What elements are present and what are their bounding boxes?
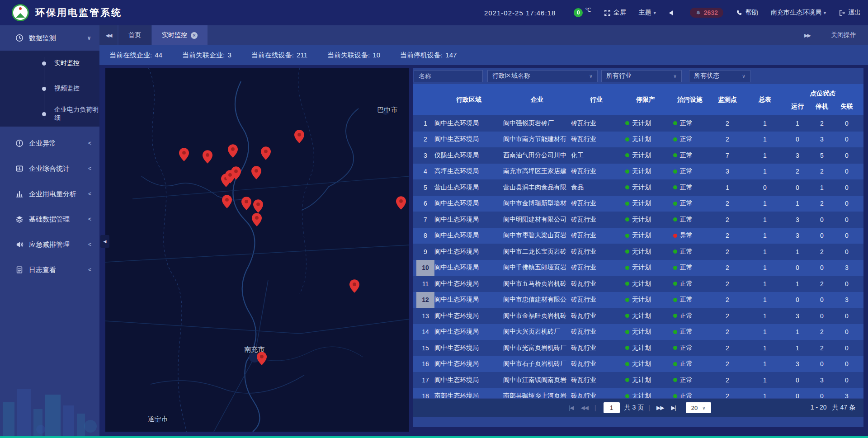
table-row[interactable]: 18南部生态环境局南部县碾垭乡上河页岩砖瓦行业无计划正常21003 (413, 388, 863, 398)
status-select[interactable]: 所有状态 ∨ (689, 70, 750, 82)
table-row[interactable]: 3仪陇生态环境局西南油气田分公司川中化工无计划正常71350 (413, 147, 863, 164)
sidebar-item[interactable]: 日志查看< (0, 257, 99, 283)
status-dot-green (625, 185, 629, 189)
last-page-button[interactable]: ▶| (671, 405, 675, 411)
map-pin[interactable] (252, 213, 262, 226)
alert-icon (15, 139, 24, 147)
table-row[interactable]: 13阆中生态环境局阆中市金福旺页岩机砖砖瓦行业无计划正常21300 (413, 308, 863, 324)
map-pin[interactable] (228, 144, 238, 158)
sidebar-item[interactable]: 企业异常< (0, 131, 99, 156)
close-operations-button[interactable]: 关闭操作 (831, 31, 856, 39)
map-pin[interactable] (179, 148, 189, 161)
table-row[interactable]: 16阆中生态环境局阆中市石子页岩机砖厂砖瓦行业无计划正常21300 (413, 356, 863, 372)
next-page-button[interactable]: ▶▶ (656, 405, 664, 411)
table-row[interactable]: 12阆中生态环境局阆中市忠信建材有限公砖瓦行业无计划正常21003 (413, 292, 863, 308)
map-pin[interactable] (203, 150, 212, 164)
help-button[interactable]: 帮助 (736, 9, 758, 17)
cell-monitor-count: 2 (710, 264, 745, 271)
map-pin[interactable] (231, 166, 241, 180)
table-row[interactable]: 5营山生态环境局营山县润丰肉食品有限食品无计划正常10010 (413, 179, 863, 196)
table-row[interactable]: 14阆中生态环境局阆中大兴页岩机砖厂砖瓦行业无计划正常21120 (413, 324, 863, 340)
industry-select[interactable]: 所有行业 ∨ (601, 70, 682, 82)
table-row[interactable]: 7阆中生态环境局阆中明阳建材有限公司砖瓦行业无计划正常21300 (413, 212, 863, 228)
notification-badge[interactable]: 2632 (690, 8, 723, 18)
tab-close-icon[interactable]: × (191, 32, 198, 39)
tab-item[interactable]: 首页 (118, 25, 151, 45)
table-row[interactable]: 15阆中生态环境局阆中市光富页岩机砖厂砖瓦行业无计划正常21120 (413, 340, 863, 356)
row-index: 11 (416, 276, 434, 292)
map-collapse-button[interactable]: ◀ (100, 235, 109, 248)
map-city-label: 巴中市 (377, 106, 398, 114)
cell-industry: 砖瓦行业 (571, 199, 622, 207)
cell-offline-count: 3 (834, 296, 859, 303)
logout-button[interactable]: 退出 (839, 9, 861, 17)
cell-stop-status: 无计划 (622, 135, 670, 143)
map-pin[interactable] (396, 196, 406, 210)
map-pin[interactable] (294, 130, 304, 143)
bar-chart-icon (15, 190, 24, 198)
sidebar-item[interactable]: 企业用电量分析< (0, 181, 99, 207)
status-dot-green (673, 153, 677, 157)
chevron-left-icon: < (88, 140, 91, 146)
page-size-select[interactable]: 20 ∨ (686, 402, 711, 413)
table-row[interactable]: 9阆中生态环境局阆中市二龙长宝页岩砖砖瓦行业无计划正常21120 (413, 244, 863, 260)
page-number-input[interactable]: 1 (604, 402, 620, 413)
map-pin[interactable] (257, 352, 267, 365)
table-row[interactable]: 1阆中生态环境局阆中强锐页岩砖厂砖瓦行业无计划正常21120 (413, 115, 863, 132)
stop-status-text: 无计划 (632, 296, 651, 304)
sidebar-subitem[interactable]: 实时监控 (0, 51, 99, 76)
sidebar-subitem[interactable]: 企业电力负荷明细 (0, 101, 99, 127)
map-pin[interactable] (241, 197, 251, 210)
prev-page-button[interactable]: ◀◀ (581, 405, 588, 411)
cell-facility-status: 异常 (670, 231, 710, 240)
map-pin[interactable] (251, 166, 261, 179)
facility-status-text: 正常 (680, 296, 693, 304)
tabs-scroll-left-button[interactable]: ◀◀ (99, 25, 118, 45)
speaker-mute-button[interactable] (669, 9, 678, 16)
stop-status-text: 无计划 (632, 248, 651, 256)
sidebar-item[interactable]: 应急减排管理< (0, 232, 99, 257)
map-panel[interactable]: 巴中市南充市遂宁市 (105, 68, 409, 432)
bullet-icon (42, 87, 46, 91)
map-pin[interactable] (222, 195, 232, 208)
cell-stopped-count: 1 (810, 184, 834, 191)
stat-value: 3 (227, 51, 231, 59)
map-pin[interactable] (261, 146, 271, 160)
organization-menu[interactable]: 南充市生态环境局 ▾ (771, 9, 826, 17)
name-search-input[interactable] (414, 70, 483, 82)
cell-offline-count: 0 (834, 120, 859, 127)
cell-offline-count: 0 (834, 152, 859, 159)
cell-offline-count: 3 (834, 264, 859, 271)
table-row[interactable]: 10阆中生态环境局阆中千佛镇五郎垭页岩砖瓦行业无计划正常21003 (413, 260, 863, 276)
tab-item[interactable]: 实时监控× (152, 25, 208, 45)
sidebar-item-label: 企业用电量分析 (29, 190, 76, 198)
table-row[interactable]: 17阆中生态环境局阆中市江南镇阆南页岩砖瓦行业无计划正常21030 (413, 372, 863, 388)
emergency-icon (15, 240, 24, 249)
sidebar-subitem-label: 视频监控 (54, 85, 80, 93)
sidebar-item[interactable]: 数据监测∨ (0, 25, 99, 51)
cell-stop-status: 无计划 (622, 344, 670, 352)
first-page-button[interactable]: |◀ (569, 405, 573, 411)
region-select[interactable]: 行政区域名称 ∨ (487, 70, 598, 82)
sidebar-item[interactable]: 企业综合统计< (0, 156, 99, 181)
cell-industry: 砖瓦行业 (571, 392, 622, 398)
tabs-scroll-right-button[interactable]: ▶▶ (804, 33, 810, 38)
header-cell: 行政区域 (434, 84, 503, 115)
chevron-down-icon: ▾ (824, 10, 826, 15)
cell-offline-count: 0 (834, 168, 859, 175)
sidebar-item[interactable]: 基础数据管理< (0, 207, 99, 232)
fullscreen-button[interactable]: 全屏 (604, 9, 626, 17)
table-row[interactable]: 2阆中生态环境局阆中市南方节能建材有砖瓦行业无计划正常21030 (413, 132, 863, 148)
map-pin[interactable] (349, 279, 359, 293)
sidebar-subitem[interactable]: 视频监控 (0, 76, 99, 101)
table-row[interactable]: 6阆中生态环境局阆中市金博瑞新型墙材砖瓦行业无计划正常21120 (413, 196, 863, 212)
table-row[interactable]: 8阆中生态环境局阆中市枣碧大梁山页岩砖瓦行业无计划异常21300 (413, 228, 863, 244)
table-row[interactable]: 11阆中生态环境局阆中市五马桥页岩机砖砖瓦行业无计划正常21120 (413, 276, 863, 292)
cell-company: 阆中市五马桥页岩机砖 (503, 280, 571, 288)
table-row[interactable]: 4高坪生态环境局南充市高坪区王家店建砖瓦行业无计划正常31220 (413, 164, 863, 180)
theme-menu[interactable]: 主题 ▾ (639, 9, 656, 17)
cell-monitor-count: 2 (710, 232, 745, 239)
cell-industry: 砖瓦行业 (571, 344, 622, 352)
cell-stop-status: 无计划 (622, 376, 670, 384)
map-pin[interactable] (253, 199, 263, 213)
